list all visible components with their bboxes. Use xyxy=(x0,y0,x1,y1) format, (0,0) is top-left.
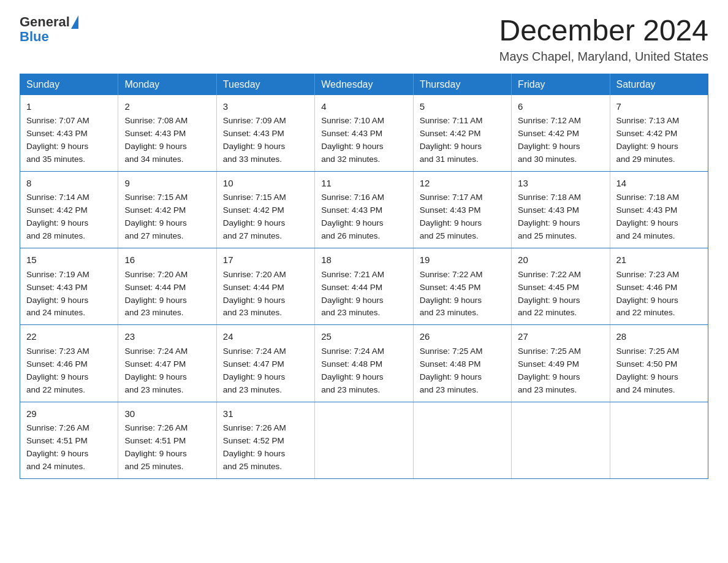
table-row: 22 Sunrise: 7:23 AMSunset: 4:46 PMDaylig… xyxy=(20,325,118,402)
day-info: Sunrise: 7:10 AMSunset: 4:43 PMDaylight:… xyxy=(321,116,384,164)
day-number: 31 xyxy=(223,407,308,421)
day-number: 19 xyxy=(420,253,505,267)
day-number: 13 xyxy=(518,177,603,191)
day-number: 4 xyxy=(321,100,406,114)
table-row: 27 Sunrise: 7:25 AMSunset: 4:49 PMDaylig… xyxy=(512,325,610,402)
table-row: 3 Sunrise: 7:09 AMSunset: 4:43 PMDayligh… xyxy=(216,95,314,172)
day-info: Sunrise: 7:19 AMSunset: 4:43 PMDaylight:… xyxy=(26,270,89,318)
day-number: 8 xyxy=(26,177,112,191)
day-number: 1 xyxy=(26,100,112,114)
day-number: 11 xyxy=(321,177,406,191)
table-row xyxy=(413,402,511,478)
day-number: 10 xyxy=(223,177,308,191)
day-info: Sunrise: 7:18 AMSunset: 4:43 PMDaylight:… xyxy=(616,193,680,240)
header-saturday: Saturday xyxy=(610,74,708,95)
day-number: 15 xyxy=(26,253,112,267)
day-number: 26 xyxy=(420,330,505,344)
table-row: 10 Sunrise: 7:15 AMSunset: 4:42 PMDaylig… xyxy=(216,171,314,248)
header-monday: Monday xyxy=(118,74,216,95)
day-number: 28 xyxy=(616,330,702,344)
day-number: 6 xyxy=(518,100,603,114)
table-row: 18 Sunrise: 7:21 AMSunset: 4:44 PMDaylig… xyxy=(315,248,413,325)
table-row: 17 Sunrise: 7:20 AMSunset: 4:44 PMDaylig… xyxy=(216,248,314,325)
calendar-table: Sunday Monday Tuesday Wednesday Thursday… xyxy=(20,74,708,479)
header-friday: Friday xyxy=(512,74,610,95)
day-info: Sunrise: 7:15 AMSunset: 4:42 PMDaylight:… xyxy=(223,193,286,240)
day-number: 14 xyxy=(616,177,702,191)
table-row: 5 Sunrise: 7:11 AMSunset: 4:42 PMDayligh… xyxy=(413,95,511,172)
page-header: General Blue December 2024 Mays Chapel, … xyxy=(20,15,708,64)
calendar-week-row: 22 Sunrise: 7:23 AMSunset: 4:46 PMDaylig… xyxy=(20,325,708,402)
day-info: Sunrise: 7:25 AMSunset: 4:49 PMDaylight:… xyxy=(518,347,581,394)
day-number: 16 xyxy=(124,253,210,267)
location-subtitle: Mays Chapel, Maryland, United States xyxy=(499,50,708,64)
day-info: Sunrise: 7:11 AMSunset: 4:42 PMDaylight:… xyxy=(420,116,483,164)
table-row xyxy=(610,402,708,478)
day-number: 9 xyxy=(124,177,210,191)
day-number: 29 xyxy=(26,407,112,421)
day-number: 20 xyxy=(518,253,603,267)
table-row: 8 Sunrise: 7:14 AMSunset: 4:42 PMDayligh… xyxy=(20,171,118,248)
table-row xyxy=(512,402,610,478)
day-info: Sunrise: 7:18 AMSunset: 4:43 PMDaylight:… xyxy=(518,193,581,240)
table-row: 2 Sunrise: 7:08 AMSunset: 4:43 PMDayligh… xyxy=(118,95,216,172)
day-info: Sunrise: 7:22 AMSunset: 4:45 PMDaylight:… xyxy=(420,270,483,318)
day-number: 27 xyxy=(518,330,603,344)
table-row: 19 Sunrise: 7:22 AMSunset: 4:45 PMDaylig… xyxy=(413,248,511,325)
header-wednesday: Wednesday xyxy=(315,74,413,95)
day-number: 25 xyxy=(321,330,406,344)
logo-blue: Blue xyxy=(20,29,78,44)
calendar-week-row: 29 Sunrise: 7:26 AMSunset: 4:51 PMDaylig… xyxy=(20,402,708,478)
logo-triangle-icon xyxy=(71,15,78,29)
day-number: 7 xyxy=(616,100,702,114)
day-info: Sunrise: 7:14 AMSunset: 4:42 PMDaylight:… xyxy=(26,193,89,240)
day-number: 17 xyxy=(223,253,308,267)
day-info: Sunrise: 7:20 AMSunset: 4:44 PMDaylight:… xyxy=(223,270,286,318)
logo-general: General xyxy=(20,15,70,29)
day-info: Sunrise: 7:21 AMSunset: 4:44 PMDaylight:… xyxy=(321,270,384,318)
table-row: 23 Sunrise: 7:24 AMSunset: 4:47 PMDaylig… xyxy=(118,325,216,402)
day-number: 2 xyxy=(124,100,210,114)
header-sunday: Sunday xyxy=(20,74,118,95)
table-row: 16 Sunrise: 7:20 AMSunset: 4:44 PMDaylig… xyxy=(118,248,216,325)
table-row: 24 Sunrise: 7:24 AMSunset: 4:47 PMDaylig… xyxy=(216,325,314,402)
header-tuesday: Tuesday xyxy=(216,74,314,95)
day-info: Sunrise: 7:20 AMSunset: 4:44 PMDaylight:… xyxy=(124,270,188,318)
day-info: Sunrise: 7:24 AMSunset: 4:47 PMDaylight:… xyxy=(223,347,286,394)
table-row: 11 Sunrise: 7:16 AMSunset: 4:43 PMDaylig… xyxy=(315,171,413,248)
day-info: Sunrise: 7:12 AMSunset: 4:42 PMDaylight:… xyxy=(518,116,581,164)
day-number: 21 xyxy=(616,253,702,267)
day-number: 12 xyxy=(420,177,505,191)
day-info: Sunrise: 7:08 AMSunset: 4:43 PMDaylight:… xyxy=(124,116,188,164)
table-row: 28 Sunrise: 7:25 AMSunset: 4:50 PMDaylig… xyxy=(610,325,708,402)
day-info: Sunrise: 7:26 AMSunset: 4:51 PMDaylight:… xyxy=(26,423,89,471)
day-info: Sunrise: 7:26 AMSunset: 4:51 PMDaylight:… xyxy=(124,423,188,471)
table-row: 31 Sunrise: 7:26 AMSunset: 4:52 PMDaylig… xyxy=(216,402,314,478)
day-number: 5 xyxy=(420,100,505,114)
day-info: Sunrise: 7:16 AMSunset: 4:43 PMDaylight:… xyxy=(321,193,384,240)
table-row: 29 Sunrise: 7:26 AMSunset: 4:51 PMDaylig… xyxy=(20,402,118,478)
day-info: Sunrise: 7:23 AMSunset: 4:46 PMDaylight:… xyxy=(616,270,680,318)
day-info: Sunrise: 7:26 AMSunset: 4:52 PMDaylight:… xyxy=(223,423,286,471)
table-row: 26 Sunrise: 7:25 AMSunset: 4:48 PMDaylig… xyxy=(413,325,511,402)
header-thursday: Thursday xyxy=(413,74,511,95)
calendar-week-row: 8 Sunrise: 7:14 AMSunset: 4:42 PMDayligh… xyxy=(20,171,708,248)
day-info: Sunrise: 7:15 AMSunset: 4:42 PMDaylight:… xyxy=(124,193,188,240)
day-info: Sunrise: 7:13 AMSunset: 4:42 PMDaylight:… xyxy=(616,116,680,164)
table-row xyxy=(315,402,413,478)
day-info: Sunrise: 7:23 AMSunset: 4:46 PMDaylight:… xyxy=(26,347,89,394)
day-number: 23 xyxy=(124,330,210,344)
day-number: 18 xyxy=(321,253,406,267)
day-number: 3 xyxy=(223,100,308,114)
logo: General Blue xyxy=(20,15,78,44)
table-row: 7 Sunrise: 7:13 AMSunset: 4:42 PMDayligh… xyxy=(610,95,708,172)
table-row: 15 Sunrise: 7:19 AMSunset: 4:43 PMDaylig… xyxy=(20,248,118,325)
table-row: 14 Sunrise: 7:18 AMSunset: 4:43 PMDaylig… xyxy=(610,171,708,248)
table-row: 4 Sunrise: 7:10 AMSunset: 4:43 PMDayligh… xyxy=(315,95,413,172)
day-info: Sunrise: 7:07 AMSunset: 4:43 PMDaylight:… xyxy=(26,116,89,164)
day-info: Sunrise: 7:24 AMSunset: 4:48 PMDaylight:… xyxy=(321,347,384,394)
day-info: Sunrise: 7:25 AMSunset: 4:50 PMDaylight:… xyxy=(616,347,680,394)
day-number: 24 xyxy=(223,330,308,344)
calendar-week-row: 1 Sunrise: 7:07 AMSunset: 4:43 PMDayligh… xyxy=(20,95,708,172)
title-section: December 2024 Mays Chapel, Maryland, Uni… xyxy=(499,15,708,64)
